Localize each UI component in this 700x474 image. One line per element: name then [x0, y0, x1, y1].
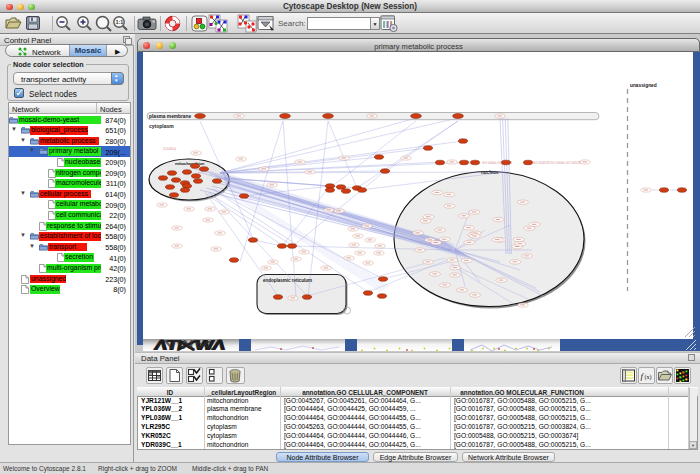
svg-text:GO.004518 GO.0004x GO.00518: GO.004518 GO.0004x GO.00518 — [533, 161, 581, 165]
svg-text:endoplasmic reticulum: endoplasmic reticulum — [263, 278, 312, 283]
svg-text:cytoplasm: cytoplasm — [149, 123, 174, 129]
svg-text:unassigned: unassigned — [630, 83, 657, 88]
svg-text:plasma membrane: plasma membrane — [149, 114, 191, 119]
svg-text:1:1: 1:1 — [115, 19, 123, 25]
svg-text:(x): (x) — [645, 374, 652, 381]
svg-text:(C0441x): (C0441x) — [163, 147, 176, 151]
svg-text:mitochondrion: mitochondrion — [175, 161, 205, 166]
